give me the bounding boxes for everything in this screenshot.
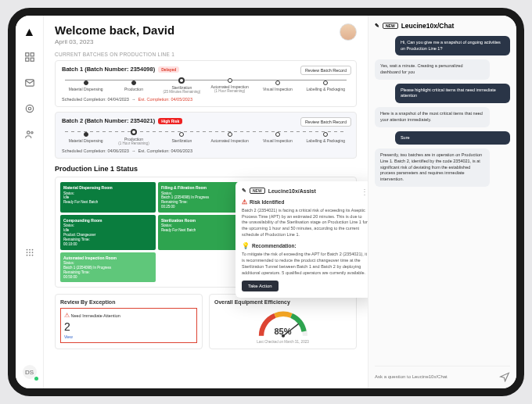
svg-rect-2 bbox=[25, 58, 28, 61]
svg-point-15 bbox=[26, 255, 27, 256]
oee-subtext: Last Checked on March 31, 2023 bbox=[214, 340, 351, 344]
batch-badge: Delayed bbox=[158, 66, 179, 73]
more-icon[interactable]: ⋮ bbox=[361, 188, 368, 196]
kpi-review-title: Review By Exception bbox=[60, 299, 197, 305]
svg-point-6 bbox=[28, 107, 31, 110]
assist-title: Leucine10x/Assist bbox=[268, 188, 316, 194]
assist-rec-section: 💡Recommendation: To mitigate the risk of… bbox=[242, 242, 368, 276]
chat-input[interactable] bbox=[375, 374, 499, 379]
chat-message-user: Hi, Can you give me a snapshot of ongoin… bbox=[395, 36, 510, 55]
svg-point-9 bbox=[26, 249, 27, 251]
svg-point-8 bbox=[31, 132, 32, 134]
assist-risk-section: ⚠Risk Identified Batch 2 (2354021) is fa… bbox=[242, 198, 368, 238]
oee-gauge: 85% Last Checked on March 31, 2023 bbox=[214, 308, 351, 344]
room-tile: Material Dispensing RoomStatus:IdleReady… bbox=[60, 182, 156, 213]
content-column: Welcome back, David April 03, 2023 CURRE… bbox=[44, 16, 368, 388]
room-tile: Compounding RoomStatus:IdleProduct Chang… bbox=[60, 215, 156, 250]
chat-message-user: Sure bbox=[395, 131, 510, 145]
page-title: Welcome back, David bbox=[55, 23, 174, 37]
sidebar-nav: ▲ DS bbox=[16, 16, 44, 388]
status-panel-title: Production Line 1 Status bbox=[55, 165, 357, 173]
review-batch-button[interactable]: Review Batch Record bbox=[300, 117, 351, 127]
stage-item: Material Dispensing bbox=[62, 80, 110, 91]
stage-item: Production bbox=[110, 80, 157, 91]
bulb-icon: 💡 bbox=[242, 242, 250, 249]
chat-message-user: Please highlight critical items that nee… bbox=[395, 84, 510, 103]
oee-card: Overall Equipment Efficiency 85% Last Ch… bbox=[209, 294, 357, 349]
stage-item: Labelling & Packaging bbox=[302, 80, 350, 91]
svg-point-10 bbox=[29, 249, 31, 251]
review-batch-button[interactable]: Review Batch Record bbox=[300, 66, 351, 75]
stage-item: Visual Inspection bbox=[253, 132, 301, 143]
nav-target-icon[interactable] bbox=[24, 103, 35, 116]
svg-point-7 bbox=[27, 131, 30, 134]
svg-point-11 bbox=[31, 249, 33, 251]
batch-card: Review Batch RecordBatch 2 (Batch Number… bbox=[55, 112, 357, 159]
chat-title: Leucine10x/Chat bbox=[401, 22, 455, 30]
assist-risk-body: Batch 2 (2354021) is facing a critical r… bbox=[242, 208, 368, 238]
room-tile: Automated Inspection RoomStatus:Batch 1 … bbox=[60, 252, 156, 283]
stage-item: Automated Inspection(1 Hour Remaining) bbox=[206, 78, 253, 93]
schedule-line: Scheduled Completion: 04/04/2023 → Est. … bbox=[62, 97, 350, 102]
chat-message-bot: Yes, wait a minute. Creating a personali… bbox=[375, 59, 490, 79]
svg-point-5 bbox=[26, 105, 33, 112]
svg-point-12 bbox=[26, 252, 27, 253]
chat-panel: ✎ NEW Leucine10x/Chat Hi, Can you give m… bbox=[368, 16, 516, 388]
svg-point-13 bbox=[29, 252, 31, 253]
svg-point-16 bbox=[29, 255, 31, 256]
stage-item: Sterilization(25 Minutes Remaining) bbox=[158, 77, 206, 94]
attention-box: ⚠ Need Immediate Attention 2 View bbox=[60, 308, 197, 343]
review-by-exception-card: Review By Exception ⚠ Need Immediate Att… bbox=[55, 294, 203, 349]
view-link[interactable]: View bbox=[64, 334, 73, 339]
user-initials-badge[interactable]: DS bbox=[23, 365, 37, 379]
assist-header: ✎ NEW Leucine10x/Assist bbox=[242, 188, 368, 194]
stage-item: Production(1 Hour Remaining) bbox=[110, 129, 157, 145]
chat-message-bot: Presently, two batches are in operation … bbox=[375, 148, 490, 186]
svg-rect-0 bbox=[25, 53, 28, 56]
chat-messages: Hi, Can you give me a snapshot of ongoin… bbox=[375, 36, 510, 191]
svg-rect-1 bbox=[31, 53, 34, 56]
page-header: Welcome back, David April 03, 2023 bbox=[55, 23, 357, 45]
attention-count: 2 bbox=[64, 320, 193, 333]
stage-track: Material DispensingProduction(1 Hour Rem… bbox=[62, 129, 350, 145]
new-badge: NEW bbox=[250, 188, 265, 194]
svg-point-17 bbox=[31, 255, 33, 256]
avatar[interactable] bbox=[340, 23, 357, 41]
warning-icon: ⚠ bbox=[64, 312, 70, 319]
send-icon[interactable] bbox=[499, 371, 510, 382]
attention-label: ⚠ Need Immediate Attention bbox=[64, 312, 193, 319]
chat-input-row bbox=[375, 366, 510, 382]
stage-item: Material Dispensing bbox=[62, 132, 110, 143]
stage-item: Labelling & Packaging bbox=[302, 132, 350, 143]
stage-track: Material DispensingProductionSterilizati… bbox=[62, 77, 350, 94]
section-label: CURRENT BATCHES ON PRODUCTION LINE 1 bbox=[55, 52, 357, 57]
stage-item: Visual Inspection bbox=[253, 80, 301, 91]
main-area: Welcome back, David April 03, 2023 CURRE… bbox=[44, 16, 516, 388]
nav-apps-icon[interactable] bbox=[24, 247, 35, 260]
schedule-line: Scheduled Completion: 04/06/2023 → Est. … bbox=[62, 148, 350, 153]
nav-users-icon[interactable] bbox=[24, 129, 35, 142]
oee-percent: 85% bbox=[274, 327, 291, 336]
batch-card: Review Batch RecordBatch 1 (Batch Number… bbox=[55, 60, 357, 107]
take-action-button[interactable]: Take Action bbox=[242, 281, 279, 291]
warning-icon: ⚠ bbox=[242, 198, 247, 206]
kpi-row: Review By Exception ⚠ Need Immediate Att… bbox=[55, 294, 357, 349]
stage-item: Automated Inspection bbox=[206, 132, 253, 143]
assist-popup: ⋮ ✎ NEW Leucine10x/Assist ⚠Risk Identifi… bbox=[235, 181, 368, 298]
page-date: April 03, 2023 bbox=[55, 38, 174, 45]
nav-mail-icon[interactable] bbox=[24, 77, 35, 91]
nav-dashboard-icon[interactable] bbox=[24, 52, 35, 65]
tablet-frame: ▲ DS Welcome back, David April 03, 2023 … bbox=[8, 8, 524, 396]
chat-message-bot: Here is a snapshot of the most critical … bbox=[375, 107, 490, 127]
new-badge: NEW bbox=[383, 23, 398, 29]
chat-header: ✎ NEW Leucine10x/Chat bbox=[375, 22, 510, 30]
stage-item: Sterilization bbox=[158, 132, 206, 143]
kpi-oee-title: Overall Equipment Efficiency bbox=[214, 299, 351, 305]
svg-rect-3 bbox=[31, 58, 34, 61]
svg-point-14 bbox=[31, 252, 33, 253]
batch-badge: High Risk bbox=[158, 118, 182, 124]
app-logo: ▲ bbox=[23, 25, 36, 39]
assist-rec-body: To mitigate the risk of exceeding the AP… bbox=[242, 252, 368, 276]
